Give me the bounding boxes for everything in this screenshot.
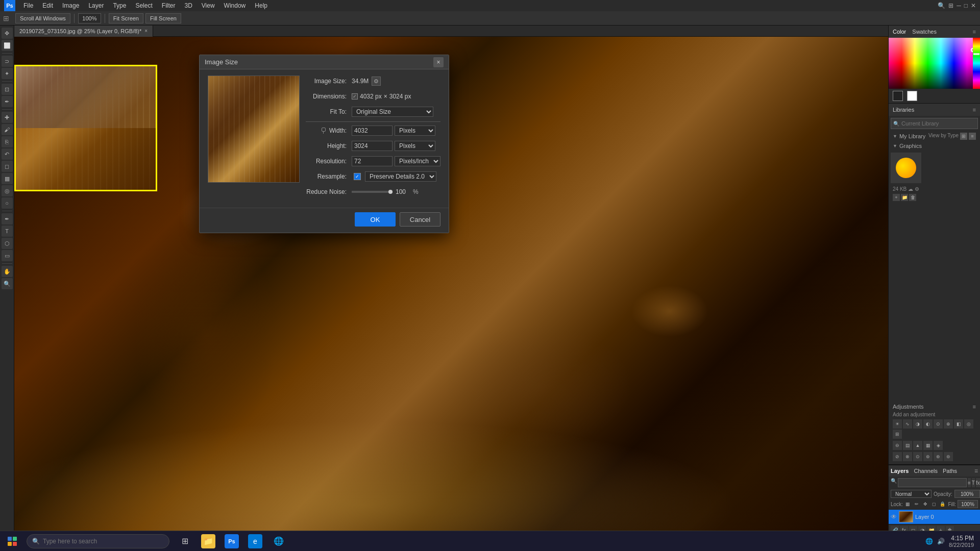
lock-image-icon[interactable]: ✏ bbox=[913, 500, 920, 508]
crop-tool[interactable]: ⊡ bbox=[2, 84, 13, 95]
color-hue-slider[interactable] bbox=[973, 38, 980, 89]
fill-screen-btn[interactable]: Fill Screen bbox=[145, 13, 181, 23]
menu-select[interactable]: Select bbox=[131, 1, 156, 10]
taskbar-search-bar[interactable]: 🔍 bbox=[27, 534, 169, 548]
brightness-adj-icon[interactable]: ☀ bbox=[893, 419, 902, 429]
resolution-unit-select[interactable]: Pixels/Inch bbox=[395, 156, 440, 166]
fit-screen-btn[interactable]: Fit Screen bbox=[109, 13, 143, 23]
network-icon[interactable]: 🌐 bbox=[925, 538, 933, 545]
history-brush[interactable]: ↶ bbox=[2, 148, 13, 160]
tab-paths[interactable]: Paths bbox=[943, 468, 957, 474]
taskbar-search-input[interactable] bbox=[43, 538, 164, 545]
resolution-input[interactable] bbox=[352, 156, 393, 166]
dialog-close-button[interactable]: × bbox=[433, 57, 444, 67]
add-graphic-btn[interactable]: + bbox=[893, 194, 900, 201]
resample-checkbox[interactable]: ✓ bbox=[354, 173, 361, 180]
height-unit-select[interactable]: Pixels bbox=[395, 141, 435, 151]
zoom-input[interactable] bbox=[78, 13, 101, 23]
wand-tool[interactable]: ✦ bbox=[2, 68, 13, 79]
adj-icon-extra-3[interactable]: ⊙ bbox=[913, 452, 922, 461]
panels-icon[interactable]: ⊞ bbox=[948, 2, 953, 9]
lasso-tool[interactable]: ⊃ bbox=[2, 56, 13, 67]
settings-icon[interactable]: ⚙ bbox=[915, 186, 919, 192]
hsl-adj-icon[interactable]: ⊙ bbox=[934, 419, 943, 429]
dodge-tool[interactable]: ○ bbox=[2, 197, 13, 209]
vibrance-adj-icon[interactable]: ◐ bbox=[923, 419, 933, 429]
menu-file[interactable]: File bbox=[19, 1, 37, 10]
menu-window[interactable]: Window bbox=[220, 1, 250, 10]
height-input[interactable] bbox=[352, 141, 393, 151]
scroll-all-windows-btn[interactable]: Scroll All Windows bbox=[15, 13, 70, 23]
taskbar-explorer[interactable]: 📁 bbox=[197, 531, 219, 552]
fill-input[interactable] bbox=[958, 500, 978, 508]
gradient-tool[interactable]: ▦ bbox=[2, 173, 13, 184]
path-tool[interactable]: ⬡ bbox=[2, 238, 13, 249]
menu-image[interactable]: Image bbox=[58, 1, 83, 10]
taskbar-ps-app[interactable]: Ps bbox=[220, 531, 243, 552]
grid-view-icon[interactable]: ⊞ bbox=[960, 133, 967, 140]
marquee-tool[interactable]: ⬜ bbox=[2, 40, 13, 51]
shape-tool[interactable]: ▭ bbox=[2, 250, 13, 261]
close-icon[interactable]: ✕ bbox=[971, 2, 976, 9]
clone-tool[interactable]: ⎘ bbox=[2, 136, 13, 147]
photofilter-adj-icon[interactable]: ◎ bbox=[964, 419, 973, 429]
doc-tab-active[interactable]: 20190725_073150.jpg @ 25% (Layer 0, RGB/… bbox=[14, 26, 153, 37]
layers-search-input[interactable] bbox=[898, 478, 967, 487]
lock-position-icon[interactable]: ✥ bbox=[922, 500, 929, 508]
blackwhite-adj-icon[interactable]: ◧ bbox=[954, 419, 963, 429]
ok-button[interactable]: OK bbox=[355, 212, 396, 227]
pen-tool[interactable]: ✒ bbox=[2, 213, 13, 224]
move-tool[interactable]: ✥ bbox=[2, 28, 13, 39]
tab-layers[interactable]: Layers bbox=[891, 468, 909, 474]
eyedropper-tool[interactable]: ✒ bbox=[2, 96, 13, 107]
blend-mode-select[interactable]: Normal bbox=[891, 490, 932, 498]
libraries-search-bar[interactable]: 🔍 bbox=[891, 118, 978, 129]
menu-3d[interactable]: 3D bbox=[180, 1, 196, 10]
menu-view[interactable]: View bbox=[198, 1, 219, 10]
zoom-tool[interactable]: 🔍 bbox=[2, 278, 13, 289]
image-size-settings-btn[interactable]: ⚙ bbox=[372, 77, 381, 86]
channelmixer-adj-icon[interactable]: ⊞ bbox=[893, 430, 902, 439]
background-color[interactable] bbox=[907, 91, 917, 101]
color-panel-menu-icon[interactable]: ≡ bbox=[973, 29, 976, 35]
folder-graphic-btn[interactable]: 📁 bbox=[901, 194, 908, 201]
restore-icon[interactable]: □ bbox=[964, 2, 968, 9]
list-view-icon[interactable]: ≡ bbox=[969, 133, 976, 140]
curves-adj-icon[interactable]: ∿ bbox=[903, 419, 912, 429]
layer-row-0[interactable]: 👁 Layer 0 bbox=[889, 509, 980, 524]
opacity-input[interactable] bbox=[954, 490, 980, 498]
gradient-map-adj-icon[interactable]: ▦ bbox=[923, 441, 933, 450]
layers-panel-menu-icon[interactable]: ≡ bbox=[974, 467, 978, 474]
threshold-adj-icon[interactable]: ▲ bbox=[913, 441, 922, 450]
menu-layer[interactable]: Layer bbox=[84, 1, 108, 10]
resample-method-select[interactable]: Preserve Details 2.0 bbox=[365, 171, 436, 182]
taskbar-edge[interactable]: e bbox=[244, 531, 266, 552]
taskbar-task-view[interactable]: ⊞ bbox=[174, 531, 196, 552]
adj-icon-extra-1[interactable]: ⊘ bbox=[893, 452, 902, 461]
lock-artboard-icon[interactable]: ◻ bbox=[930, 500, 938, 508]
posterize-adj-icon[interactable]: ▤ bbox=[903, 441, 912, 450]
libraries-menu-icon[interactable]: ≡ bbox=[973, 107, 976, 113]
exposure-adj-icon[interactable]: ◑ bbox=[913, 419, 922, 429]
hand-tool[interactable]: ✋ bbox=[2, 266, 13, 277]
fit-to-select[interactable]: Original Size bbox=[352, 107, 433, 117]
lock-transparent-icon[interactable]: ▦ bbox=[904, 500, 912, 508]
width-input[interactable] bbox=[352, 126, 393, 136]
menu-type[interactable]: Type bbox=[109, 1, 130, 10]
lock-all-icon[interactable]: 🔒 bbox=[939, 500, 946, 508]
layer-type-filter[interactable]: ≡ bbox=[968, 478, 971, 487]
dimensions-toggle[interactable]: ✓ bbox=[352, 93, 358, 99]
delete-graphic-btn[interactable]: 🗑 bbox=[909, 194, 916, 201]
minimize-icon[interactable]: ─ bbox=[957, 2, 961, 9]
my-library-collapse-icon[interactable]: ▼ bbox=[893, 134, 897, 139]
type-tool[interactable]: T bbox=[2, 226, 13, 237]
cancel-button[interactable]: Cancel bbox=[400, 212, 440, 227]
search-icon[interactable]: 🔍 bbox=[938, 2, 945, 9]
menu-help[interactable]: Help bbox=[251, 1, 272, 10]
noise-slider[interactable] bbox=[352, 191, 393, 193]
adjustments-menu-icon[interactable]: ≡ bbox=[973, 404, 976, 410]
healing-tool[interactable]: ✚ bbox=[2, 112, 13, 123]
selectivecolor-adj-icon[interactable]: ◈ bbox=[934, 441, 943, 450]
adj-icon-extra-6[interactable]: ⊜ bbox=[944, 452, 953, 461]
blur-tool[interactable]: ◎ bbox=[2, 185, 13, 196]
